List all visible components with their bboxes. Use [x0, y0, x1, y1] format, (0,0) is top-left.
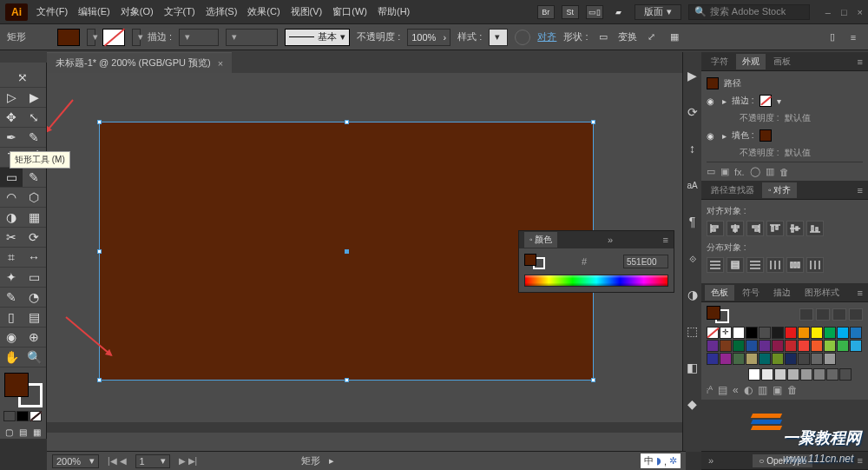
character-icon[interactable]: aA: [685, 177, 700, 193]
swatch[interactable]: [850, 327, 862, 339]
fill-row-label[interactable]: 填色 :: [732, 129, 754, 142]
align-vcenter-button[interactable]: [786, 221, 804, 236]
gradient-mode-button[interactable]: [16, 411, 29, 421]
swatch[interactable]: [772, 353, 784, 365]
swatch[interactable]: [811, 353, 823, 365]
curvature-tool[interactable]: ✎: [23, 128, 45, 147]
scale-tool[interactable]: ▦: [23, 208, 45, 227]
normal-screen-button[interactable]: ▢: [3, 427, 16, 437]
swatch[interactable]: [800, 368, 812, 381]
swatch[interactable]: [824, 327, 836, 339]
expand-arrow-icon[interactable]: ▸: [722, 96, 727, 106]
swatch-options-icon[interactable]: [849, 308, 863, 321]
color-panel[interactable]: ◦ 颜色 » ≡ # 551E00: [518, 230, 674, 293]
slice-tool[interactable]: ⊕: [23, 328, 45, 347]
add-effect-icon[interactable]: fx.: [734, 167, 745, 177]
swatch-options-button[interactable]: «: [733, 384, 739, 396]
shape-builder-tool[interactable]: ⌗: [0, 248, 23, 267]
document-tab[interactable]: 未标题-1* @ 200% (RGB/GPU 预览) ×: [47, 52, 232, 73]
artboard-next-button[interactable]: ▶: [179, 456, 186, 466]
tab-swatches[interactable]: 色板: [705, 285, 734, 301]
menu-type[interactable]: 文字(T): [164, 5, 195, 18]
perspective-grid-tool[interactable]: ↔: [23, 248, 45, 267]
dist-vcenter-button[interactable]: [727, 257, 744, 273]
artboard-first-button[interactable]: |◀: [108, 456, 117, 466]
blend-tool[interactable]: ◔: [23, 288, 45, 307]
swatch[interactable]: [798, 327, 810, 339]
transform-panel-icon[interactable]: ⟐: [685, 250, 700, 266]
new-fill-icon[interactable]: ▣: [720, 166, 729, 177]
hand-tool[interactable]: ✋: [0, 348, 23, 367]
tab-appearance[interactable]: 外观: [736, 54, 766, 70]
shaper-tool[interactable]: ◠: [0, 188, 23, 207]
align-bottom-button[interactable]: [806, 221, 824, 236]
panel-menu-icon[interactable]: ≡: [852, 288, 868, 298]
properties-panel-icon[interactable]: ▶: [685, 68, 700, 83]
tab-color[interactable]: ◦ 颜色: [524, 232, 557, 248]
asset-export-icon[interactable]: ◆: [685, 396, 700, 412]
swatch[interactable]: [746, 327, 758, 339]
align-link[interactable]: 对齐: [537, 30, 556, 43]
swatch-fill-stroke[interactable]: [707, 306, 729, 323]
swatch[interactable]: [761, 368, 773, 381]
chevron-right-icon[interactable]: ▸: [329, 455, 334, 467]
align-right-button[interactable]: [746, 221, 764, 236]
symbol-sprayer-tool[interactable]: ▯: [0, 308, 23, 327]
rotate-tool[interactable]: ◑: [0, 208, 23, 227]
fill-dropdown[interactable]: ▾: [87, 29, 95, 46]
fill-opacity-value[interactable]: 默认值: [785, 147, 811, 159]
menu-effect[interactable]: 效果(C): [247, 5, 279, 18]
swatch-list-view[interactable]: [799, 308, 813, 321]
resize-handle-s[interactable]: [345, 378, 349, 382]
resize-handle-sw[interactable]: [97, 378, 102, 382]
menu-object[interactable]: 对象(O): [121, 5, 154, 18]
align-left-button[interactable]: [707, 221, 724, 236]
recolor-artwork-button[interactable]: [515, 30, 530, 45]
window-close[interactable]: ×: [858, 7, 863, 17]
swatch[interactable]: [772, 340, 784, 352]
fill-stroke-selector[interactable]: [4, 373, 43, 407]
swatch[interactable]: [798, 340, 810, 352]
window-minimize[interactable]: –: [825, 7, 831, 17]
swatch[interactable]: [759, 340, 771, 352]
swatch[interactable]: [707, 353, 719, 365]
artboard-tool[interactable]: ◉: [0, 328, 23, 347]
panel-menu-icon[interactable]: ≡: [852, 185, 868, 195]
gradient-tool[interactable]: ▭: [23, 268, 45, 287]
pen-tool[interactable]: ✒: [0, 128, 23, 147]
swatch[interactable]: [798, 353, 810, 365]
swatch[interactable]: [774, 368, 786, 381]
menu-window[interactable]: 窗口(W): [332, 5, 367, 18]
menu-view[interactable]: 视图(V): [291, 5, 323, 18]
swatch[interactable]: [733, 353, 745, 365]
new-stroke-icon[interactable]: ▭: [707, 166, 715, 177]
tab-styles[interactable]: 图形样式: [799, 285, 845, 301]
artboard-last-button[interactable]: ▶|: [188, 456, 198, 466]
rectangle-tool[interactable]: ▭: [0, 168, 23, 187]
swatch[interactable]: [759, 353, 771, 365]
cloud-icon[interactable]: ▰: [610, 5, 628, 19]
crop-button[interactable]: ▦: [667, 30, 682, 45]
navigator-icon[interactable]: ↕: [685, 141, 700, 156]
graphic-style-dropdown[interactable]: ▾: [489, 29, 508, 46]
eraser-tool[interactable]: ⬡: [23, 188, 45, 207]
swatch[interactable]: [772, 327, 784, 339]
brush-definition-dropdown[interactable]: 基本▾: [285, 29, 350, 46]
shape-properties-icon[interactable]: ▭: [595, 30, 611, 45]
workspace-switcher[interactable]: 版面 ▾: [635, 4, 681, 20]
direct-selection-tool[interactable]: ▶: [23, 88, 45, 107]
paintbrush-tool[interactable]: ✎: [23, 168, 45, 187]
swatch[interactable]: [813, 368, 825, 381]
tab-pathfinder[interactable]: 路径查找器: [705, 182, 760, 198]
menu-select[interactable]: 选择(S): [206, 5, 238, 18]
swatch[interactable]: [746, 340, 758, 352]
eyedropper-tool[interactable]: ✎: [0, 288, 23, 307]
stroke-row-swatch[interactable]: [760, 95, 772, 107]
layers-panel-icon[interactable]: ◧: [685, 360, 700, 375]
zoom-input[interactable]: 200% ▾: [52, 454, 99, 468]
swatch[interactable]: [824, 340, 836, 352]
artboard-number-input[interactable]: 1 ▾: [135, 454, 170, 468]
stroke-opacity-label[interactable]: 不透明度 :: [740, 112, 779, 124]
center-point[interactable]: [345, 249, 349, 254]
delete-item-icon[interactable]: 🗑: [779, 167, 789, 177]
